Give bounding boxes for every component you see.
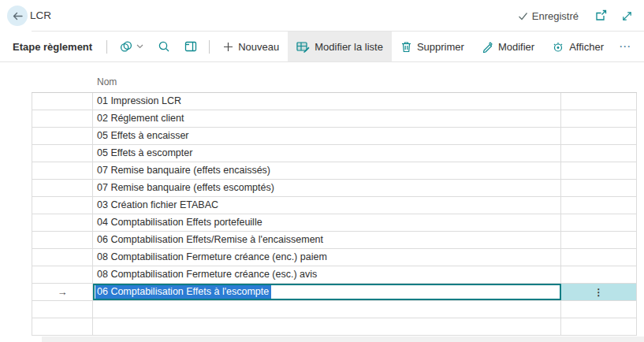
toolbar-separator: [209, 40, 210, 54]
row-filler-cell: [561, 180, 637, 196]
search-button[interactable]: [151, 32, 177, 61]
new-button-label: Nouveau: [238, 41, 279, 53]
row-name-cell[interactable]: [93, 318, 561, 335]
row-filler-cell: [561, 232, 637, 248]
back-button[interactable]: [7, 6, 28, 26]
row-name-cell[interactable]: 04 Comptabilisation Effets portefeuille: [93, 214, 561, 231]
table-row[interactable]: [32, 301, 637, 318]
edit-list-button-label: Modifier la liste: [315, 41, 383, 53]
automate-icon: [119, 40, 134, 54]
row-filler-cell: [561, 128, 637, 144]
column-header-nom[interactable]: Nom: [97, 76, 117, 87]
delete-button-label: Supprimer: [417, 41, 464, 53]
row-selector-cell[interactable]: [32, 93, 93, 110]
row-filler-cell: [561, 318, 637, 335]
action-toolbar: Etape règlement Nouveau: [0, 32, 644, 62]
table-row[interactable]: →06 Comptabilisation Effets à l'escompte…: [32, 284, 637, 301]
table-row[interactable]: 08 Comptabilisation Fermeture créance (e…: [32, 266, 637, 284]
row-selector-cell[interactable]: [32, 301, 93, 318]
row-name-cell[interactable]: 03 Création fichier ETABAC: [93, 197, 561, 214]
row-name-cell[interactable]: 08 Comptabilisation Fermeture créance (e…: [93, 249, 561, 266]
table-row[interactable]: 05 Effets à encaisser: [32, 128, 637, 145]
toolbar-separator: [106, 40, 107, 54]
automate-button[interactable]: [112, 32, 151, 61]
row-selector-cell[interactable]: [32, 110, 93, 127]
table-header-row: Nom: [32, 71, 637, 93]
row-selector-cell[interactable]: [32, 318, 93, 335]
row-name-cell[interactable]: 06 Comptabilisation Effets à l'escompte: [93, 284, 561, 300]
row-name-cell[interactable]: 07 Remise banquaire (effets encaissés): [93, 162, 561, 179]
table-row[interactable]: 04 Comptabilisation Effets portefeuille: [32, 214, 637, 232]
chevron-down-icon: [136, 44, 143, 49]
row-selector-cell[interactable]: [32, 162, 93, 179]
title-bar: LCR Enregistré: [0, 0, 644, 32]
view-button-label: Afficher: [569, 41, 604, 53]
view-button[interactable]: Afficher: [543, 32, 612, 61]
edit-list-button[interactable]: Modifier la liste: [288, 32, 392, 61]
table-row[interactable]: 01 Impression LCR: [32, 93, 637, 110]
pencil-icon: [482, 41, 493, 53]
row-selector-cell[interactable]: [32, 232, 93, 248]
trash-icon: [400, 41, 412, 53]
row-name-cell[interactable]: 07 Remise banquaire (effets escomptés): [93, 180, 561, 196]
table-row[interactable]: 07 Remise banquaire (effets encaissés): [32, 162, 637, 180]
delete-button[interactable]: Supprimer: [392, 32, 473, 61]
row-selector-cell[interactable]: [32, 145, 93, 162]
view-icon: [552, 41, 564, 53]
row-selector-cell[interactable]: [32, 197, 93, 214]
table-row[interactable]: 06 Comptabilisation Effets/Remise à l'en…: [32, 232, 637, 249]
table-row[interactable]: 07 Remise banquaire (effets escomptés): [32, 180, 637, 197]
current-row-indicator[interactable]: →: [32, 284, 93, 300]
table-row[interactable]: 08 Comptabilisation Fermeture créance (e…: [32, 249, 637, 266]
row-filler-cell: [561, 197, 637, 214]
search-icon: [158, 40, 170, 53]
table-row[interactable]: 03 Création fichier ETABAC: [32, 197, 637, 214]
open-in-new-window-icon[interactable]: [594, 9, 607, 22]
table-row[interactable]: 05 Effets à escompter: [32, 145, 637, 162]
analyze-button[interactable]: [177, 32, 204, 61]
row-name-cell[interactable]: 06 Comptabilisation Effets/Remise à l'en…: [93, 232, 561, 248]
row-name-cell[interactable]: 02 Réglement client: [93, 110, 561, 127]
row-selector-cell[interactable]: [32, 128, 93, 144]
list-table: Nom 01 Impression LCR02 Réglement client…: [32, 71, 637, 336]
check-icon: [518, 11, 528, 21]
expand-icon[interactable]: [621, 10, 633, 22]
row-filler-cell: [561, 301, 637, 318]
table-body: 01 Impression LCR02 Réglement client05 E…: [32, 93, 637, 336]
row-name-cell[interactable]: [93, 301, 561, 318]
more-options-button[interactable]: ⋯: [612, 32, 638, 61]
share-button[interactable]: [638, 40, 644, 53]
edit-button[interactable]: Modifier: [473, 32, 543, 61]
row-filler-cell: [561, 214, 637, 231]
row-filler-cell: [561, 162, 637, 179]
row-more-button[interactable]: ⋮: [561, 284, 637, 300]
edit-button-label: Modifier: [498, 41, 534, 53]
row-selector-cell[interactable]: [32, 266, 93, 283]
row-filler-cell: [561, 110, 637, 127]
row-name-cell[interactable]: 05 Effets à escompter: [93, 145, 561, 162]
row-selector-cell[interactable]: [32, 180, 93, 196]
row-name-cell[interactable]: 05 Effets à encaisser: [93, 128, 561, 144]
table-row[interactable]: [32, 318, 637, 336]
row-selector-cell[interactable]: [32, 214, 93, 231]
list-caption: Etape règlement: [13, 41, 92, 53]
row-name-cell[interactable]: 01 Impression LCR: [93, 93, 561, 110]
new-button[interactable]: Nouveau: [214, 32, 288, 61]
page-title: LCR: [30, 0, 51, 32]
back-arrow-icon: [12, 10, 24, 22]
table-row[interactable]: 02 Réglement client: [32, 110, 637, 128]
save-status-label: Enregistré: [532, 10, 579, 22]
plus-icon: [223, 42, 233, 52]
save-status: Enregistré: [518, 10, 579, 22]
row-filler-cell: [561, 93, 637, 110]
row-name-cell[interactable]: 08 Comptabilisation Fermeture créance (e…: [93, 266, 561, 283]
row-selector-cell[interactable]: [32, 249, 93, 266]
edit-list-icon: [296, 41, 310, 53]
row-filler-cell: [561, 249, 637, 266]
selected-text: 06 Comptabilisation Effets à l'escompte: [95, 284, 271, 300]
row-filler-cell: [561, 266, 637, 283]
analyze-icon: [184, 40, 197, 53]
row-filler-cell: [561, 145, 637, 162]
bottom-scroll-area[interactable]: [42, 336, 644, 342]
